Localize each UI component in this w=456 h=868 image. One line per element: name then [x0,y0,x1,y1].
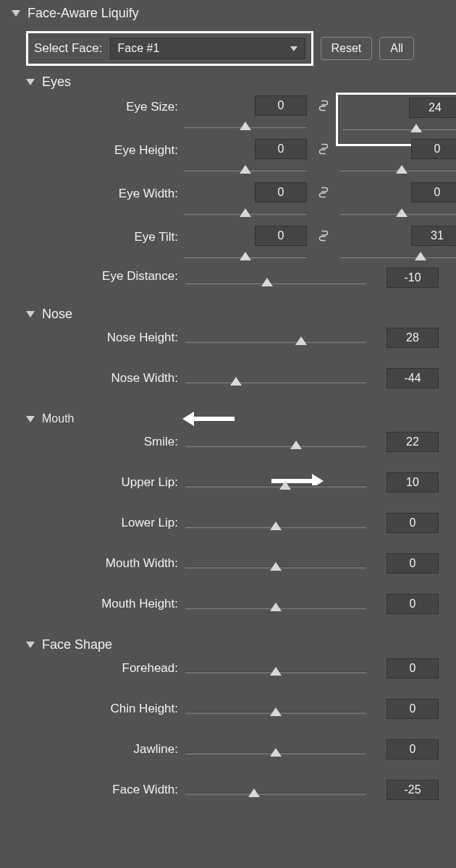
reset-button[interactable]: Reset [321,37,373,60]
smile-label: Smile: [12,432,178,449]
eye-tilt-left-slider[interactable] [184,250,307,265]
link-icon [317,184,330,200]
eye-height-left-value[interactable]: 0 [255,139,307,159]
eye-size-right-slider[interactable] [342,122,456,137]
eye-width-left-value[interactable]: 0 [255,182,307,203]
link-icon [317,141,330,157]
smile-row: Smile: 22 [0,430,456,471]
forehead-row: Forehead: 0 [0,657,456,697]
chin-height-label: Chin Height: [12,699,178,716]
eye-height-row: Eye Height: 0 0 [0,137,456,181]
nose-section-title: Nose [42,307,72,322]
face-shape-section-header[interactable]: Face Shape [0,633,456,657]
smile-slider[interactable] [185,439,366,454]
eye-height-right-slider[interactable] [340,163,456,178]
nose-section-header[interactable]: Nose [0,302,456,326]
nose-width-slider[interactable] [185,375,366,390]
nose-width-value[interactable]: -44 [387,368,439,388]
eye-size-right-value[interactable]: 24 [409,98,456,118]
eye-width-link[interactable] [313,182,334,203]
face-width-row: Face Width: -25 [0,778,456,819]
nose-height-label: Nose Height: [12,328,178,345]
eye-height-left-slider[interactable] [184,163,307,178]
upper-lip-label: Upper Lip: [12,472,178,490]
eye-size-row: Eye Size: 0 24 [0,94,456,137]
upper-lip-value[interactable]: 10 [387,472,439,493]
eye-distance-value[interactable]: -10 [387,268,439,288]
eye-tilt-row: Eye Tilt: 0 31 [0,224,456,268]
triangle-down-icon [12,10,20,17]
eye-height-link[interactable] [313,139,334,159]
eyes-section-header[interactable]: Eyes [0,70,456,94]
mouth-width-row: Mouth Width: 0 [0,552,456,592]
nose-width-row: Nose Width: -44 [0,367,456,407]
panel-title-row[interactable]: Face-Aware Liquify [0,0,456,27]
chin-height-slider[interactable] [185,706,366,720]
select-face-highlight: Select Face: Face #1 [26,31,313,66]
face-shape-section-title: Face Shape [42,637,112,652]
lower-lip-slider[interactable] [185,520,366,535]
arrow-left-icon [182,412,235,426]
mouth-width-label: Mouth Width: [12,553,178,571]
chevron-down-icon [290,46,297,51]
all-button[interactable]: All [379,37,414,60]
select-face-row: Select Face: Face #1 Reset All [0,27,456,70]
jawline-label: Jawline: [12,739,178,757]
upper-lip-slider[interactable] [185,480,366,494]
select-face-dropdown[interactable]: Face #1 [110,38,305,59]
eye-tilt-right-slider[interactable] [340,250,456,265]
mouth-width-value[interactable]: 0 [387,553,439,574]
eye-tilt-left-value[interactable]: 0 [255,226,307,246]
eye-tilt-right-value[interactable]: 31 [411,226,456,246]
nose-height-row: Nose Height: 28 [0,326,456,367]
eye-size-left-value[interactable]: 0 [255,95,307,116]
eyes-section-title: Eyes [42,75,71,90]
chin-height-row: Chin Height: 0 [0,697,456,738]
mouth-height-label: Mouth Height: [12,594,178,611]
forehead-value[interactable]: 0 [387,658,439,678]
mouth-height-value[interactable]: 0 [387,594,439,614]
mouth-section-header[interactable]: Mouth [0,407,456,430]
eye-height-right-value[interactable]: 0 [411,139,456,159]
forehead-label: Forehead: [12,658,178,676]
select-face-value: Face #1 [118,42,160,55]
eye-tilt-label: Eye Tilt: [12,226,178,244]
eye-distance-slider[interactable] [185,276,366,291]
upper-lip-row: Upper Lip: 10 [0,471,456,511]
panel-title: Face-Aware Liquify [28,6,139,21]
eye-size-left-slider[interactable] [184,120,307,135]
triangle-down-icon [26,311,35,318]
mouth-width-slider[interactable] [185,561,366,575]
eye-size-label: Eye Size: [12,95,178,114]
eye-distance-label: Eye Distance: [12,269,178,284]
triangle-down-icon [26,642,35,648]
eye-size-right-highlight: 24 [336,93,456,146]
eye-width-row: Eye Width: 0 0 [0,181,456,224]
link-icon [317,98,330,114]
eye-width-left-slider[interactable] [184,207,307,221]
eye-size-link[interactable] [313,95,334,116]
face-width-slider[interactable] [185,787,366,801]
face-width-value[interactable]: -25 [387,780,439,800]
mouth-height-row: Mouth Height: 0 [0,592,456,633]
mouth-section-title: Mouth [42,412,74,425]
eye-height-label: Eye Height: [12,139,178,158]
jawline-value[interactable]: 0 [387,739,439,760]
lower-lip-value[interactable]: 0 [387,513,439,533]
forehead-slider[interactable] [185,665,366,680]
jawline-slider[interactable] [185,746,366,761]
select-face-label: Select Face: [34,41,103,56]
chin-height-value[interactable]: 0 [387,699,439,719]
eye-width-right-value[interactable]: 0 [411,182,456,203]
jawline-row: Jawline: 0 [0,738,456,778]
eye-tilt-link[interactable] [313,226,334,246]
triangle-down-icon [26,416,35,422]
nose-height-value[interactable]: 28 [387,328,439,348]
lower-lip-label: Lower Lip: [12,513,178,530]
link-icon [317,228,330,244]
mouth-height-slider[interactable] [185,601,366,616]
smile-value[interactable]: 22 [387,432,439,452]
eye-distance-row: Eye Distance: -10 [0,268,456,302]
nose-height-slider[interactable] [185,335,366,349]
eye-width-right-slider[interactable] [340,207,456,221]
